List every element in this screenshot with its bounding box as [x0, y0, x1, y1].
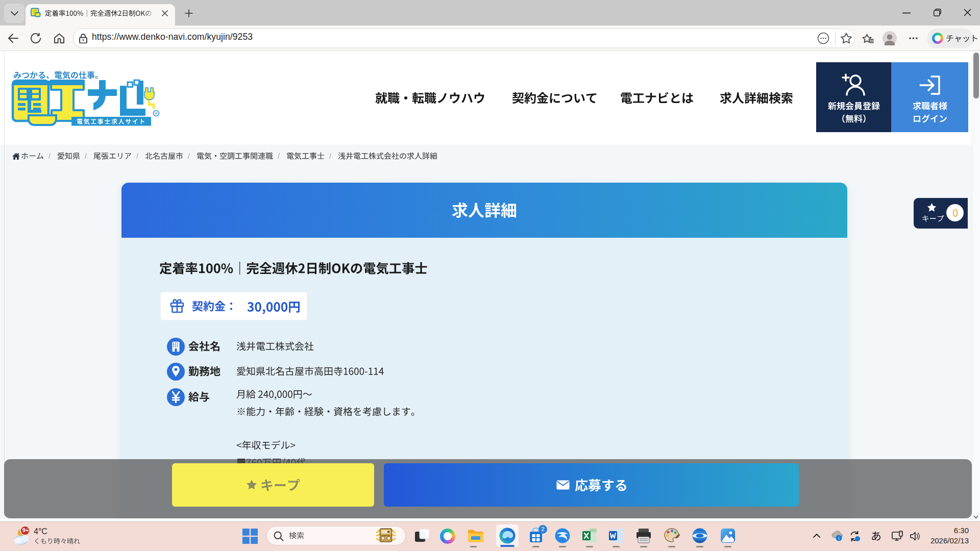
svg-text:R: R: [155, 111, 158, 116]
svg-text:i: i: [839, 536, 840, 541]
